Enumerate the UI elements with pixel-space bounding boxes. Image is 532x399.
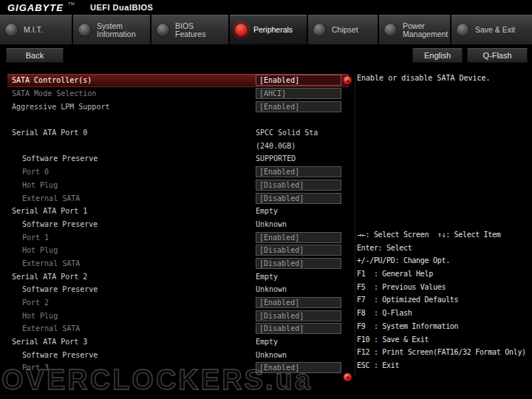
- help-description: Enable or disable SATA Device.: [357, 74, 531, 82]
- key-hint: F8 : Q-Flash: [357, 309, 530, 322]
- key-hint: F7 : Optimized Defaults: [357, 296, 530, 309]
- setting-value[interactable]: [Disabled]: [256, 258, 341, 269]
- settings-list: SATA Controller(s)[Enabled]SATA Mode Sel…: [7, 74, 349, 375]
- tab-power-management[interactable]: PowerManagement: [379, 15, 450, 44]
- peripherals-icon: [234, 23, 248, 37]
- tab-system-information[interactable]: SystemInformation: [73, 15, 150, 44]
- setting-value[interactable]: [Disabled]: [256, 245, 341, 256]
- mit-icon: [4, 23, 18, 37]
- tab-chipset[interactable]: Chipset: [308, 15, 378, 44]
- setting-label: Software Preserve: [7, 154, 256, 163]
- setting-value[interactable]: [Disabled]: [256, 310, 341, 321]
- setting-row[interactable]: SATA Controller(s)[Enabled]: [7, 74, 349, 87]
- tab-label: SystemInformation: [97, 22, 136, 38]
- save-exit-icon: [456, 23, 470, 37]
- secondary-toolbar: Back English Q-Flash: [0, 44, 532, 69]
- key-hint: +/-/PU/PD: Change Opt.: [357, 256, 530, 270]
- setting-value: Unknown: [256, 285, 287, 293]
- setting-value[interactable]: [Enabled]: [256, 232, 341, 243]
- setting-label: Port 2: [7, 299, 256, 307]
- setting-value: Unknown: [256, 351, 287, 359]
- setting-label: Software Preserve: [7, 285, 256, 293]
- setting-label: External SATA: [7, 324, 256, 332]
- setting-value: (240.0GB): [256, 142, 296, 150]
- key-hint: Enter: Select: [357, 244, 530, 257]
- scroll-down-icon[interactable]: ▼: [344, 373, 352, 381]
- setting-value[interactable]: [Disabled]: [256, 193, 341, 204]
- setting-row[interactable]: Port 3[Enabled]: [7, 361, 349, 375]
- setting-row[interactable]: Hot Plug[Disabled]: [7, 244, 349, 257]
- setting-label: Serial ATA Port 0: [7, 129, 256, 137]
- setting-value[interactable]: [Disabled]: [256, 323, 341, 334]
- setting-row[interactable]: Port 2[Enabled]: [7, 296, 349, 310]
- power-management-icon: [383, 23, 398, 37]
- setting-row: (240.0GB): [7, 139, 349, 152]
- setting-label: Serial ATA Port 2: [7, 273, 256, 281]
- setting-label: Software Preserve: [7, 220, 256, 228]
- tab-bar: M.I.T.SystemInformationBIOSFeaturesPerip…: [0, 15, 532, 44]
- setting-row[interactable]: External SATA[Disabled]: [7, 191, 349, 205]
- setting-label: Port 3: [7, 364, 256, 372]
- setting-value: Empty: [256, 207, 278, 215]
- setting-label: Hot Plug: [7, 246, 256, 254]
- setting-row[interactable]: Aggressive LPM Support[Enabled]: [7, 100, 349, 113]
- qflash-button[interactable]: Q-Flash: [467, 48, 528, 63]
- tab-save-exit[interactable]: Save & Exit: [451, 15, 532, 44]
- setting-value[interactable]: [Disabled]: [256, 180, 341, 191]
- setting-row: Software PreserveUnknown: [7, 283, 349, 296]
- tab-bios-features[interactable]: BIOSFeatures: [151, 15, 228, 44]
- setting-value[interactable]: [Enabled]: [256, 166, 341, 177]
- setting-value: Empty: [256, 338, 278, 346]
- key-legend: →←: Select Screen ↑↓: Select ItemEnter: …: [357, 231, 530, 375]
- setting-label: External SATA: [7, 194, 256, 202]
- key-hint: F1 : General Help: [357, 270, 530, 283]
- key-hint: →←: Select Screen ↑↓: Select Item: [357, 231, 530, 244]
- setting-row[interactable]: Hot Plug[Disabled]: [7, 309, 349, 322]
- setting-row: Software PreserveSUPPORTED: [7, 152, 349, 166]
- setting-row[interactable]: Port 1[Enabled]: [7, 231, 349, 244]
- tab-label: Peripherals: [253, 26, 293, 34]
- setting-label: Serial ATA Port 3: [7, 338, 256, 346]
- setting-value[interactable]: [Enabled]: [256, 297, 341, 308]
- language-button[interactable]: English: [412, 48, 463, 63]
- setting-row: Serial ATA Port 1Empty: [7, 205, 349, 218]
- back-button[interactable]: Back: [6, 48, 64, 63]
- key-hint: F9 : System Information: [357, 322, 530, 335]
- setting-label: Port 1: [7, 233, 256, 242]
- help-panel: Enable or disable SATA Device. →←: Selec…: [355, 74, 531, 377]
- tab-label: BIOSFeatures: [175, 22, 205, 38]
- setting-label: Hot Plug: [7, 312, 256, 320]
- setting-value: SPCC Solid Sta: [256, 129, 318, 137]
- setting-row: Serial ATA Port 0SPCC Solid Sta: [7, 126, 349, 140]
- scroll-up-icon[interactable]: ▲: [344, 76, 352, 84]
- tab-label: M.I.T.: [24, 26, 43, 34]
- setting-value[interactable]: [Enabled]: [256, 75, 341, 86]
- setting-row: Serial ATA Port 2Empty: [7, 270, 349, 283]
- setting-value: Unknown: [256, 220, 287, 228]
- setting-value[interactable]: [AHCI]: [256, 88, 341, 99]
- firmware-title: UEFI DualBIOS: [90, 3, 153, 12]
- setting-value: SUPPORTED: [256, 154, 296, 163]
- key-hint: F10 : Save & Exit: [357, 335, 530, 349]
- setting-row[interactable]: External SATA[Disabled]: [7, 257, 349, 270]
- key-hint: ESC : Exit: [357, 361, 530, 375]
- setting-label: SATA Controller(s): [7, 76, 256, 84]
- tab-peripherals[interactable]: Peripherals: [230, 15, 307, 44]
- tab-mit[interactable]: M.I.T.: [0, 15, 72, 44]
- setting-row[interactable]: SATA Mode Selection[AHCI]: [7, 87, 349, 100]
- system-information-icon: [78, 23, 92, 37]
- setting-value[interactable]: [Enabled]: [256, 101, 341, 112]
- bios-screen: GIGABYTE TM UEFI DualBIOS M.I.T.SystemIn…: [0, 0, 532, 399]
- setting-row[interactable]: Port 0[Enabled]: [7, 166, 349, 179]
- key-hint: F12 : Print Screen(FAT16/32 Format Only): [357, 348, 530, 361]
- setting-label: Serial ATA Port 1: [7, 207, 256, 215]
- setting-row[interactable]: External SATA[Disabled]: [7, 322, 349, 335]
- setting-label: Hot Plug: [7, 181, 256, 189]
- titlebar: GIGABYTE TM UEFI DualBIOS: [0, 0, 532, 15]
- tab-label: PowerManagement: [403, 22, 448, 38]
- setting-row[interactable]: Hot Plug[Disabled]: [7, 179, 349, 192]
- setting-value: Empty: [256, 273, 278, 281]
- trademark-mark: TM: [68, 1, 75, 6]
- setting-row: Software PreserveUnknown: [7, 348, 349, 361]
- setting-value[interactable]: [Enabled]: [256, 362, 341, 373]
